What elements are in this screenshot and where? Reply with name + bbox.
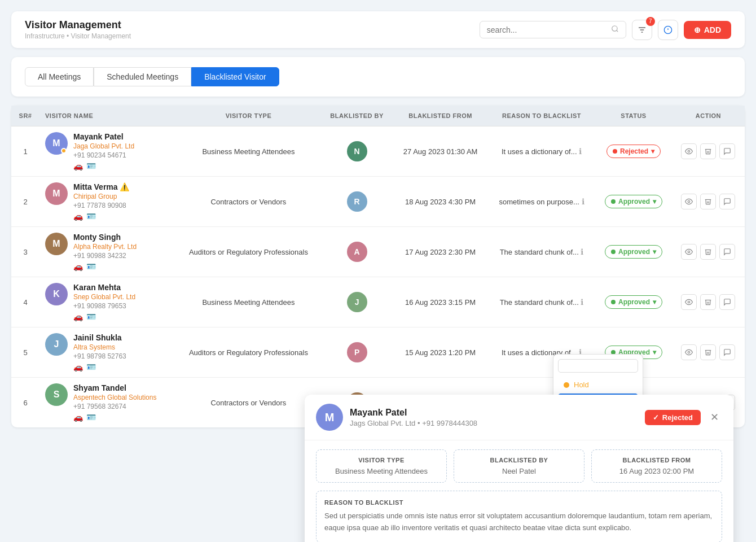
search-box[interactable] (480, 21, 626, 38)
col-blacklisted-by: BLAKLISTED BY (321, 106, 393, 126)
message-button[interactable] (719, 294, 735, 310)
visitor-cell: M Monty Singh Alpha Realty Pvt. Ltd +91 … (39, 227, 176, 277)
id-icon: 🪪 (86, 413, 96, 422)
reason-box: REASON TO BLACKLIST Sed ut perspiciatis … (316, 491, 722, 542)
filter-button[interactable]: 7 (632, 20, 652, 40)
add-icon: ⊕ (694, 25, 701, 34)
status-badge[interactable]: Approved ▾ (605, 245, 662, 259)
status-cell: Approved ▾ (595, 177, 672, 227)
tabs: All Meetings Scheduled Meetings Blacklis… (25, 67, 731, 86)
visitor-name: Mayank Patel (73, 132, 134, 141)
blacklisted-by-cell: A (321, 227, 393, 277)
info-button[interactable] (658, 20, 678, 40)
delete-button[interactable] (700, 344, 716, 360)
visitor-phone: +91 90988 79653 (73, 302, 135, 310)
dropdown-search-input[interactable] (558, 359, 638, 373)
visitor-name: Monty Singh (73, 233, 137, 242)
visitor-company: Aspentech Global Solutions (73, 394, 156, 401)
status-badge[interactable]: Approved ▾ (605, 295, 662, 309)
sr-cell: 1 (11, 126, 39, 177)
detail-user-sub: Jags Global Pvt. Ltd • +91 9978444308 (350, 419, 477, 427)
view-button[interactable] (681, 194, 697, 209)
blacklisted-from-cell: 27 Aug 2023 01:30 AM (393, 126, 488, 177)
add-button[interactable]: ⊕ ADD (684, 21, 731, 39)
car-icon: 🚗 (73, 312, 83, 321)
main-card: SR# VISITOR NAME VISITOR TYPE BLAKLISTED… (11, 106, 745, 427)
message-button[interactable] (719, 344, 735, 360)
svg-point-12 (688, 351, 691, 353)
delete-button[interactable] (700, 294, 716, 310)
visitor-name: Mitta Verma ⚠️ (73, 182, 129, 191)
view-button[interactable] (681, 143, 697, 159)
blacklisted-from-cell: 17 Aug 2023 2:30 PM (393, 227, 488, 277)
detail-user-info: Mayank Patel Jags Global Pvt. Ltd • +91 … (350, 408, 477, 427)
dropdown-hold-option[interactable]: Hold (558, 376, 638, 394)
status-cell: Rejected ▾ (595, 126, 672, 177)
table-row: 3 M Monty Singh Alpha Realty Pvt. Ltd +9… (11, 227, 745, 277)
blacklisted-from-card-label: BLACKLISTED FROM (599, 457, 715, 464)
view-button[interactable] (681, 244, 697, 260)
visitor-icons: 🚗 🪪 (73, 161, 134, 171)
avatar: M (45, 182, 68, 205)
table-row: 2 M Mitta Verma ⚠️ Chiripal Group +91 77… (11, 177, 745, 227)
sr-cell: 6 (11, 378, 39, 428)
visitor-company: Snep Global Pvt. Ltd (73, 293, 135, 301)
warning-icon: ⚠️ (120, 182, 129, 191)
blacklisted-by-card: BLACKLISTED BY Neel Patel (454, 449, 584, 483)
delete-button[interactable] (700, 194, 716, 209)
visitor-company: Alpha Realty Pvt. Ltd (73, 243, 137, 251)
search-input[interactable] (487, 25, 606, 34)
status-dot (613, 149, 617, 154)
blacklisted-by-card-label: BLACKLISTED BY (461, 457, 577, 464)
detail-company: Jags Global Pvt. Ltd (350, 419, 415, 427)
blacklisted-by-avatar: N (347, 141, 367, 161)
blacklisted-by-cell: R (321, 177, 393, 227)
sr-cell: 3 (11, 227, 39, 277)
page-wrapper: Visitor Management Infrastructure • Visi… (0, 0, 756, 542)
svg-line-1 (616, 30, 618, 32)
visitor-icons: 🚗 🪪 (73, 413, 156, 422)
message-button[interactable] (719, 244, 735, 260)
delete-button[interactable] (700, 143, 716, 159)
visitor-phone: +91 77878 90908 (73, 202, 129, 209)
tab-blacklisted-visitor[interactable]: Blacklisted Visitor (191, 67, 279, 86)
car-icon: 🚗 (73, 362, 83, 371)
message-button[interactable] (719, 194, 735, 209)
header: Visitor Management Infrastructure • Visi… (11, 11, 745, 48)
tab-all-meetings[interactable]: All Meetings (25, 67, 94, 86)
col-visitor-type: VISITOR TYPE (176, 106, 321, 126)
tab-scheduled-meetings[interactable]: Scheduled Meetings (94, 67, 191, 86)
visitor-type-cell: Auditors or Regulatory Professionals (176, 327, 321, 378)
detail-close-button[interactable]: ✕ (706, 409, 722, 425)
rejected-badge: ✓ Rejected (645, 410, 701, 425)
detail-body: VISITOR TYPE Business Meeting Attendees … (305, 440, 733, 542)
status-badge[interactable]: Rejected ▾ (606, 145, 661, 158)
blacklisted-by-avatar: P (347, 342, 367, 362)
view-button[interactable] (681, 344, 697, 360)
visitor-phone: +91 90234 54671 (73, 151, 134, 159)
blacklisted-by-cell: J (321, 277, 393, 327)
status-label: Rejected (620, 147, 648, 155)
delete-button[interactable] (700, 244, 716, 260)
col-blacklisted-from: BLAKLISTED FROM (393, 106, 488, 126)
blacklisted-by-card-value: Neel Patel (461, 467, 577, 475)
status-badge[interactable]: Approved ▾ (605, 195, 662, 208)
chevron-down-icon: ▾ (653, 298, 656, 306)
rejected-status-label: Rejected (662, 413, 693, 422)
blacklisted-by-avatar: J (347, 292, 367, 312)
action-cell (672, 177, 745, 227)
view-button[interactable] (681, 294, 697, 310)
chevron-down-icon: ▾ (653, 348, 656, 356)
blacklisted-from-card: BLACKLISTED FROM 16 Aug 2023 02:00 PM (591, 449, 722, 483)
svg-point-10 (688, 251, 691, 253)
detail-header: M Mayank Patel Jags Global Pvt. Ltd • +9… (305, 395, 733, 440)
svg-point-8 (688, 150, 691, 152)
status-cell: Approved ▾ (595, 277, 672, 327)
table-row: 4 K Karan Mehta Snep Global Pvt. Ltd +91… (11, 277, 745, 327)
message-button[interactable] (719, 143, 735, 159)
visitor-phone: +91 90988 34232 (73, 252, 137, 260)
reason-box-label: REASON TO BLACKLIST (324, 499, 714, 506)
status-cell: Approved ▾ (595, 227, 672, 277)
car-icon: 🚗 (73, 161, 83, 171)
col-reason: REASON TO BLACKLIST (488, 106, 595, 126)
